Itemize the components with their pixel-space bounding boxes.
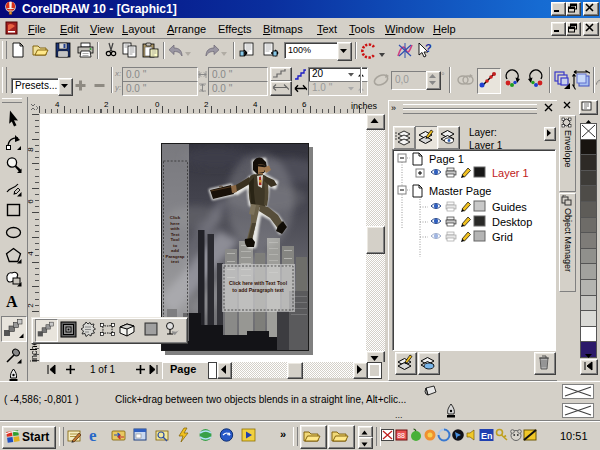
svg-text:text: text <box>171 259 179 264</box>
svg-text:Guides: Guides <box>492 201 527 213</box>
svg-text:with: with <box>170 226 180 231</box>
svg-text:88: 88 <box>397 432 405 439</box>
svg-text:?: ? <box>425 42 432 54</box>
svg-text:En: En <box>481 431 493 441</box>
svg-text:to add Paragraph text: to add Paragraph text <box>232 287 284 293</box>
svg-text:here: here <box>170 221 180 226</box>
svg-text:Paragrap: Paragrap <box>165 254 184 259</box>
svg-text:Layer 1: Layer 1 <box>492 167 529 179</box>
svg-text:Desktop: Desktop <box>492 216 532 228</box>
svg-text:Click here with Text Tool: Click here with Text Tool <box>229 280 288 286</box>
svg-text:Tool: Tool <box>171 237 180 242</box>
svg-text:to: to <box>173 243 177 248</box>
svg-text:Text: Text <box>171 232 180 237</box>
svg-text:Page 1: Page 1 <box>429 153 464 165</box>
svg-text:Master Page: Master Page <box>429 185 491 197</box>
svg-text:add: add <box>171 248 179 253</box>
svg-text:e: e <box>89 427 97 443</box>
svg-text:Grid: Grid <box>492 231 513 243</box>
svg-text:Click: Click <box>170 215 181 220</box>
